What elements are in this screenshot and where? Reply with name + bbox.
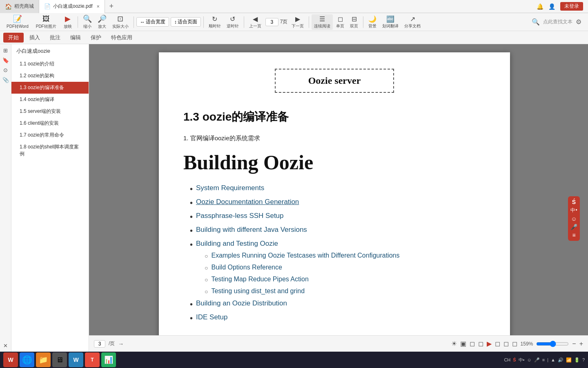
continuous-read-button[interactable]: ☰ 连续阅读 [312,14,333,30]
taskbar-app3-icon[interactable]: 🖥 [52,352,67,367]
toc-item-4[interactable]: 1.4 oozie的编译 [11,94,89,105]
taskbar-wps-icon[interactable]: W [3,352,18,367]
tab-active[interactable]: 📄 小白速成oozie.pdf × [39,0,105,13]
toc-item-5[interactable]: 1.5 server端的安装 [11,105,89,117]
protect-menu[interactable]: 保护 [87,33,105,43]
share-button[interactable]: ↗ 分享文档 [402,14,423,30]
taskbar-word-icon[interactable]: W [69,352,83,367]
actual-size-button[interactable]: ⊡ 实际大小 [110,13,131,30]
page-number-input[interactable] [265,18,278,26]
float-menu-icon[interactable]: ≡ [572,232,575,238]
zoom-out-button[interactable]: 🔍 缩小 [80,13,94,30]
sidebar-icon-thumbnail[interactable]: ⊞ [1,46,10,55]
more-dot-2: • [190,313,193,323]
clockwise-button[interactable]: ↻ 顺时针 [206,14,223,30]
sidebar-icon-search[interactable]: ⊙ [1,65,10,74]
taskbar-app5-icon[interactable]: T [85,352,100,367]
single-page-button[interactable]: ◻ 单页 [334,14,347,30]
start-button[interactable]: 开始 [3,33,24,43]
bullet-item-2[interactable]: • Oozie Documentation Generation [190,198,486,208]
play-button[interactable]: ▶ 放映 [60,13,75,30]
menu-bar: 开始 插入 批注 编辑 保护 特色应用 [0,31,588,44]
settings-icon[interactable]: ⚙ [576,18,581,26]
night-mode-button[interactable]: 🌙 背景 [366,14,379,30]
tab-inactive[interactable]: 🏠 稻壳商城 [0,0,39,13]
tray-mic-icon[interactable]: 🎤 [534,357,540,363]
toc-item-2[interactable]: 1.2 oozie的架构 [11,70,89,82]
status-nav-icon[interactable]: → [118,341,124,347]
double-page-button[interactable]: ⊟ 双页 [347,14,361,30]
tray-network-icon[interactable]: 📶 [566,357,572,363]
sidebar-icon-bar: ⊞ 🔖 ⊙ 📎 ✕ [0,44,11,352]
page-total: 7页 [280,18,288,25]
float-ch-icon[interactable]: 中• [570,207,577,214]
tab2-label: 小白速成oozie.pdf [53,3,93,10]
tray-up-icon[interactable]: ▲ [551,357,555,362]
pdf-view-area[interactable]: Oozie server 1.3 oozie的编译准备 1. 官网编译oozie… [89,44,588,352]
tab1-label: 稻壳商城 [14,3,34,10]
taskbar-app6-icon[interactable]: 📊 [101,352,116,367]
status-play-icon[interactable]: ▶ [487,340,492,348]
toc-item-1[interactable]: 1.1 oozie的介绍 [11,58,89,70]
status-view2-icon[interactable]: ◻ [470,340,475,348]
special-menu[interactable]: 特色应用 [107,33,136,43]
zoom-slider[interactable] [536,341,569,347]
zoom-plus-icon[interactable]: + [579,340,583,348]
status-zoom-label: 159% [521,341,533,347]
status-view1-icon[interactable]: ▣ [460,340,466,348]
taskbar-app2-icon[interactable]: 📁 [36,352,51,367]
translate-button[interactable]: 🔤 划词翻译 [380,14,401,30]
search-icon[interactable]: 🔍 [532,18,540,26]
toc-item-3-active[interactable]: 1.3 oozie的编译准备 [11,82,89,94]
float-smile-icon[interactable]: ☺ [571,215,577,222]
fit-page-button[interactable]: ↕ 适合页面 [171,17,201,27]
toc-item-7[interactable]: 1.7 oozie的常用命令 [11,129,89,141]
toc-item-6[interactable]: 1.6 client端的安装 [11,117,89,129]
tab2-close[interactable]: × [97,4,100,9]
sidebar-close-button[interactable]: ✕ [1,341,10,350]
pdf-to-img-button[interactable]: 🖼 PDF转图片 [33,14,60,30]
comment-menu[interactable]: 批注 [46,33,65,43]
section-label: 1. 官网编译oozie的系统需求 [183,135,486,142]
sidebar-icon-bookmark[interactable]: 🔖 [1,56,10,65]
new-tab-button[interactable]: + [105,0,118,13]
fit-width-button[interactable]: ↔ 适合宽度 [136,17,169,27]
bullet-list: • System Requirements • Oozie Documentat… [190,184,486,249]
status-page-input[interactable] [94,340,105,348]
next-page-button[interactable]: ▶ 下一页 [289,13,306,31]
tray-kb-icon[interactable]: ≡ [542,357,545,362]
zoom-minus-icon[interactable]: − [572,340,576,348]
insert-menu[interactable]: 插入 [25,33,44,43]
status-view5-icon[interactable]: ◻ [503,340,509,348]
more-bullet-list: • Building an Oozie Distribution • IDE S… [190,299,486,323]
anticlockwise-button[interactable]: ↺ 逆时针 [224,14,241,30]
tray-s-icon[interactable]: Ś [513,357,516,362]
status-view6-icon[interactable]: ◻ [512,340,517,348]
status-view4-icon[interactable]: ◻ [495,340,500,348]
separator4 [244,16,244,28]
sidebar-icon-attachment[interactable]: 📎 [1,75,10,84]
tray-zh-icon[interactable]: 中• [519,357,525,363]
bullet-dot-1: • [190,184,193,194]
notification-icon[interactable]: 🔔 [537,3,543,10]
tray-emoji-icon[interactable]: ☺ [527,357,531,362]
status-sun-icon[interactable]: ☀ [451,340,457,348]
float-s-icon[interactable]: Ś [572,199,576,205]
status-right: ☀ ▣ ◻ ◻ ▶ ◻ ◻ ◻ 159% − + [451,340,583,348]
zoom-in-button[interactable]: 🔎 放大 [95,13,109,30]
login-button[interactable]: 未登录 [560,2,583,11]
edit-menu[interactable]: 编辑 [66,33,85,43]
toc-item-root[interactable]: 小白速成oozie [11,44,89,58]
status-view3-icon[interactable]: ◻ [478,340,483,348]
float-mic-icon[interactable]: 🎤 [570,224,577,230]
tray-sound-icon[interactable]: 🔊 [558,357,564,363]
taskbar-browser-icon[interactable]: 🌐 [20,352,34,367]
right-float-toolbar: Ś 中• ☺ 🎤 ≡ [568,196,580,241]
user-icon[interactable]: 👤 [548,3,555,10]
tray-help-icon[interactable]: ? [582,357,585,362]
pdf-to-word-button[interactable]: 📝 PDF转Word [3,13,32,30]
tray-battery-icon[interactable]: 🔋 [574,357,580,363]
prev-page-button[interactable]: ◀ 上一页 [247,13,264,31]
toc-item-8[interactable]: 1.8 oozie的shell脚本调度案例 [11,141,89,160]
separator2 [134,16,134,28]
